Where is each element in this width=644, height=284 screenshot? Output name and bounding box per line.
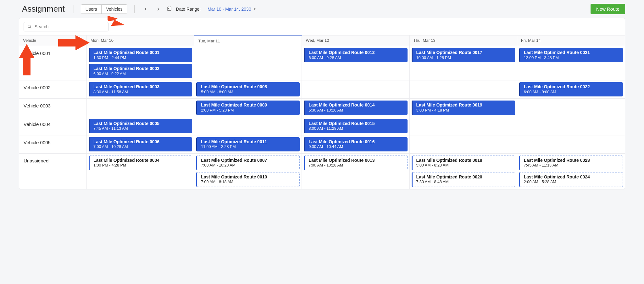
col-day-2[interactable]: Wed, Mar 12	[302, 36, 409, 46]
chevron-down-icon: ▼	[253, 7, 256, 11]
day-cell[interactable]: Last Mile Optimized Route 00085:00 AM - …	[194, 80, 302, 98]
route-card[interactable]: Last Mile Optimized Route 00092:00 PM - …	[196, 101, 300, 115]
route-time: 9:30 AM - 10:44 AM	[308, 145, 404, 150]
route-card[interactable]: Last Mile Optimized Route 00207:30 AM - …	[412, 172, 515, 187]
route-time: 8:30 AM - 11:58 AM	[93, 90, 189, 95]
day-cell[interactable]: Last Mile Optimized Route 00146:30 AM - …	[302, 99, 409, 117]
route-card[interactable]: Last Mile Optimized Route 00193:00 PM - …	[412, 101, 515, 115]
day-cell[interactable]: Last Mile Optimized Route 002112:00 PM -…	[517, 46, 625, 80]
route-time: 1:00 PM - 4:28 PM	[93, 163, 189, 168]
new-route-button[interactable]: New Route	[591, 4, 625, 14]
route-title: Last Mile Optimized Route 0007	[201, 158, 296, 163]
route-time: 5:00 AM - 8:28 AM	[416, 163, 512, 168]
route-title: Last Mile Optimized Route 0011	[201, 139, 297, 145]
route-card[interactable]: Last Mile Optimized Route 001710:00 AM -…	[412, 48, 515, 62]
route-card[interactable]: Last Mile Optimized Route 00107:00 AM - …	[196, 172, 300, 187]
route-title: Last Mile Optimized Route 0022	[524, 84, 620, 90]
page-title: Assignment	[22, 4, 65, 14]
date-range-value: Mar 10 - Mar 14, 2030	[208, 7, 251, 12]
day-cell[interactable]: Last Mile Optimized Route 00193:00 PM - …	[410, 99, 517, 117]
vehicle-cell: Vehicle 0003	[19, 99, 87, 117]
col-day-0[interactable]: Mon, Mar 10	[87, 36, 194, 46]
day-cell[interactable]	[194, 117, 302, 135]
day-cell[interactable]: Last Mile Optimized Route 00038:30 AM - …	[87, 80, 194, 98]
day-cell[interactable]: Last Mile Optimized Route 00169:30 AM - …	[302, 135, 409, 153]
day-cell[interactable]: Last Mile Optimized Route 00077:00 AM - …	[194, 154, 302, 189]
search-icon	[27, 24, 32, 29]
day-cell[interactable]: Last Mile Optimized Route 001710:00 AM -…	[410, 46, 517, 80]
route-card[interactable]: Last Mile Optimized Route 00011:30 PM - …	[89, 48, 192, 62]
route-title: Last Mile Optimized Route 0013	[308, 158, 404, 163]
route-title: Last Mile Optimized Route 0006	[93, 139, 189, 145]
day-cell[interactable]: Last Mile Optimized Route 00158:00 AM - …	[302, 117, 409, 135]
route-card[interactable]: Last Mile Optimized Route 00041:00 PM - …	[89, 156, 192, 170]
day-cell[interactable]: Last Mile Optimized Route 00237:45 AM - …	[517, 154, 625, 189]
route-card[interactable]: Last Mile Optimized Route 00226:00 AM - …	[519, 82, 623, 96]
day-cell[interactable]: Last Mile Optimized Route 00092:00 PM - …	[194, 99, 302, 117]
route-card[interactable]: Last Mile Optimized Route 00026:00 AM - …	[89, 64, 192, 78]
route-card[interactable]: Last Mile Optimized Route 00057:45 AM - …	[89, 119, 192, 133]
grid-row: Vehicle 0001Last Mile Optimized Route 00…	[19, 46, 625, 80]
vehicle-cell: Vehicle 0001	[19, 46, 87, 80]
day-cell[interactable]: Last Mile Optimized Route 001111:00 AM -…	[194, 135, 302, 153]
tab-users[interactable]: Users	[81, 5, 102, 14]
route-title: Last Mile Optimized Route 0024	[524, 174, 619, 180]
day-cell[interactable]: Last Mile Optimized Route 00126:00 AM - …	[302, 46, 409, 80]
next-range-button[interactable]	[154, 5, 162, 13]
vehicle-cell: Vehicle 0005	[19, 135, 87, 153]
route-card[interactable]: Last Mile Optimized Route 00242:00 AM - …	[519, 172, 623, 187]
day-cell[interactable]	[517, 117, 625, 135]
route-card[interactable]: Last Mile Optimized Route 00067:00 AM - …	[89, 137, 192, 151]
day-cell[interactable]: Last Mile Optimized Route 00226:00 AM - …	[517, 80, 625, 98]
route-card[interactable]: Last Mile Optimized Route 002112:00 PM -…	[519, 48, 623, 62]
prev-range-button[interactable]	[142, 5, 150, 13]
day-cell[interactable]	[410, 80, 517, 98]
day-cell[interactable]	[87, 99, 194, 117]
day-cell[interactable]	[517, 135, 625, 153]
route-title: Last Mile Optimized Route 0012	[308, 50, 404, 56]
route-title: Last Mile Optimized Route 0014	[308, 102, 404, 108]
date-range-picker[interactable]: Mar 10 - Mar 14, 2030 ▼	[205, 5, 258, 13]
calendar-icon	[167, 6, 172, 12]
route-title: Last Mile Optimized Route 0020	[416, 174, 512, 180]
tab-vehicles[interactable]: Vehicles	[101, 5, 127, 14]
route-card[interactable]: Last Mile Optimized Route 00169:30 AM - …	[304, 137, 407, 151]
grid-row: Vehicle 0003Last Mile Optimized Route 00…	[19, 99, 625, 117]
day-cell[interactable]: Last Mile Optimized Route 00185:00 AM - …	[410, 154, 517, 189]
route-card[interactable]: Last Mile Optimized Route 00237:45 AM - …	[519, 156, 623, 170]
day-cell[interactable]	[194, 46, 302, 80]
search-box[interactable]	[24, 22, 108, 31]
day-cell[interactable]: Last Mile Optimized Route 00057:45 AM - …	[87, 117, 194, 135]
col-day-4[interactable]: Fri, Mar 14	[517, 36, 625, 46]
col-day-3[interactable]: Thu, Mar 13	[410, 36, 517, 46]
route-card[interactable]: Last Mile Optimized Route 00158:00 AM - …	[304, 119, 407, 133]
vehicle-cell: Vehicle 0004	[19, 117, 87, 135]
day-cell[interactable]: Last Mile Optimized Route 00067:00 AM - …	[87, 135, 194, 153]
day-cell[interactable]	[302, 80, 409, 98]
day-cell[interactable]: Last Mile Optimized Route 00041:00 PM - …	[87, 154, 194, 189]
day-cell[interactable]	[410, 117, 517, 135]
svg-rect-0	[167, 7, 171, 10]
grid-row: Vehicle 0002Last Mile Optimized Route 00…	[19, 80, 625, 99]
search-input[interactable]	[35, 24, 105, 29]
day-cell[interactable]: Last Mile Optimized Route 00137:00 AM - …	[302, 154, 409, 189]
route-card[interactable]: Last Mile Optimized Route 00077:00 AM - …	[196, 156, 300, 170]
view-toggle: Users Vehicles	[81, 4, 127, 14]
route-card[interactable]: Last Mile Optimized Route 001111:00 AM -…	[196, 137, 300, 151]
route-time: 7:00 AM - 8:18 AM	[201, 180, 296, 185]
grid-header: Vehicle Mon, Mar 10 Tue, Mar 11 Wed, Mar…	[19, 36, 625, 46]
day-cell[interactable]: Last Mile Optimized Route 00011:30 PM - …	[87, 46, 194, 80]
route-time: 12:00 PM - 3:48 PM	[524, 56, 620, 61]
day-cell[interactable]	[517, 99, 625, 117]
day-cell[interactable]	[410, 135, 517, 153]
route-card[interactable]: Last Mile Optimized Route 00038:30 AM - …	[89, 82, 192, 96]
col-day-1[interactable]: Tue, Mar 11	[194, 36, 302, 46]
route-card[interactable]: Last Mile Optimized Route 00137:00 AM - …	[304, 156, 407, 170]
route-title: Last Mile Optimized Route 0005	[93, 121, 189, 127]
route-time: 10:00 AM - 1:28 PM	[416, 56, 512, 61]
route-card[interactable]: Last Mile Optimized Route 00126:00 AM - …	[304, 48, 407, 62]
route-card[interactable]: Last Mile Optimized Route 00085:00 AM - …	[196, 82, 300, 96]
route-card[interactable]: Last Mile Optimized Route 00146:30 AM - …	[304, 101, 407, 115]
route-time: 7:00 AM - 10:28 AM	[201, 163, 296, 168]
route-card[interactable]: Last Mile Optimized Route 00185:00 AM - …	[412, 156, 515, 170]
